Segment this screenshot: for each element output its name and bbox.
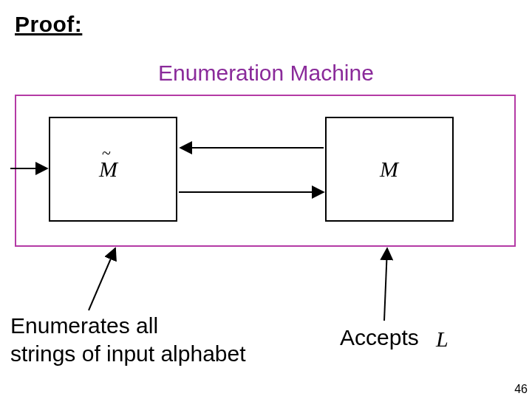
right-machine-symbol: M (380, 157, 398, 182)
left-description: Enumerates all strings of input alphabet (10, 312, 246, 367)
diagram-title: Enumeration Machine (0, 61, 532, 86)
page-number: 46 (514, 383, 528, 396)
proof-label: Proof: (15, 12, 82, 37)
right-description: Accepts (340, 325, 419, 350)
accepts-symbol: L (436, 327, 449, 352)
annotation-line-left (89, 248, 115, 310)
slide: Proof: Enumeration Machine M M Enumerate… (0, 0, 532, 399)
annotation-line-right (384, 248, 387, 321)
left-machine-box: M (49, 117, 177, 222)
left-machine-symbol: M (99, 157, 117, 182)
right-machine-box: M (325, 117, 454, 222)
